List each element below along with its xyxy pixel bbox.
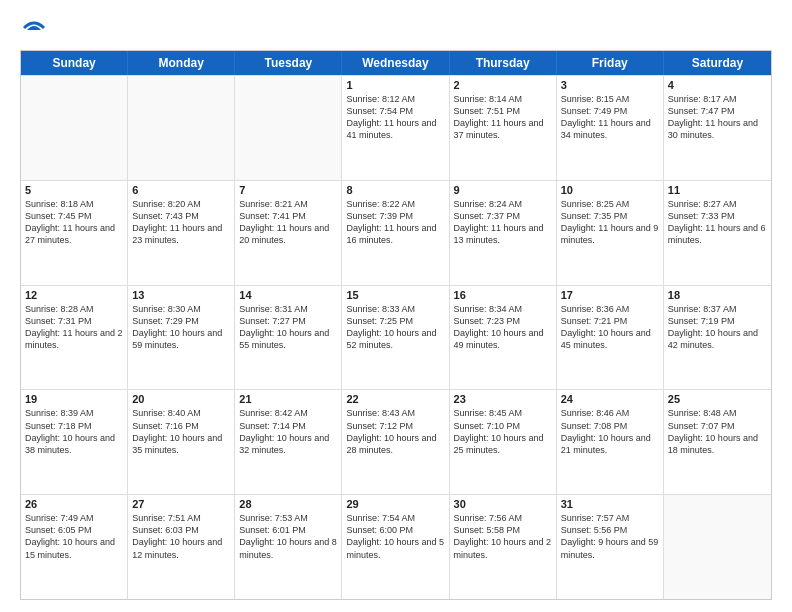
cell-info: Sunrise: 8:20 AM Sunset: 7:43 PM Dayligh… [132,198,230,247]
day-number: 31 [561,498,659,510]
calendar-cell: 9Sunrise: 8:24 AM Sunset: 7:37 PM Daylig… [450,181,557,285]
weekday-header: Tuesday [235,51,342,75]
day-number: 5 [25,184,123,196]
cell-info: Sunrise: 8:46 AM Sunset: 7:08 PM Dayligh… [561,407,659,456]
cell-info: Sunrise: 8:21 AM Sunset: 7:41 PM Dayligh… [239,198,337,247]
day-number: 10 [561,184,659,196]
day-number: 15 [346,289,444,301]
calendar-row: 26Sunrise: 7:49 AM Sunset: 6:05 PM Dayli… [21,494,771,599]
day-number: 12 [25,289,123,301]
cell-info: Sunrise: 7:57 AM Sunset: 5:56 PM Dayligh… [561,512,659,561]
day-number: 2 [454,79,552,91]
day-number: 17 [561,289,659,301]
weekday-header: Sunday [21,51,128,75]
day-number: 23 [454,393,552,405]
day-number: 8 [346,184,444,196]
cell-info: Sunrise: 8:42 AM Sunset: 7:14 PM Dayligh… [239,407,337,456]
day-number: 14 [239,289,337,301]
day-number: 19 [25,393,123,405]
calendar-cell: 7Sunrise: 8:21 AM Sunset: 7:41 PM Daylig… [235,181,342,285]
calendar-cell: 15Sunrise: 8:33 AM Sunset: 7:25 PM Dayli… [342,286,449,390]
calendar-header: SundayMondayTuesdayWednesdayThursdayFrid… [21,51,771,75]
calendar-cell: 16Sunrise: 8:34 AM Sunset: 7:23 PM Dayli… [450,286,557,390]
cell-info: Sunrise: 8:28 AM Sunset: 7:31 PM Dayligh… [25,303,123,352]
cell-info: Sunrise: 8:34 AM Sunset: 7:23 PM Dayligh… [454,303,552,352]
calendar-cell: 19Sunrise: 8:39 AM Sunset: 7:18 PM Dayli… [21,390,128,494]
day-number: 21 [239,393,337,405]
cell-info: Sunrise: 8:37 AM Sunset: 7:19 PM Dayligh… [668,303,767,352]
weekday-header: Monday [128,51,235,75]
logo [20,16,46,40]
day-number: 6 [132,184,230,196]
cell-info: Sunrise: 7:49 AM Sunset: 6:05 PM Dayligh… [25,512,123,561]
cell-info: Sunrise: 8:15 AM Sunset: 7:49 PM Dayligh… [561,93,659,142]
cell-info: Sunrise: 8:14 AM Sunset: 7:51 PM Dayligh… [454,93,552,142]
calendar-cell: 28Sunrise: 7:53 AM Sunset: 6:01 PM Dayli… [235,495,342,599]
calendar-cell: 10Sunrise: 8:25 AM Sunset: 7:35 PM Dayli… [557,181,664,285]
calendar-cell: 12Sunrise: 8:28 AM Sunset: 7:31 PM Dayli… [21,286,128,390]
calendar-cell: 21Sunrise: 8:42 AM Sunset: 7:14 PM Dayli… [235,390,342,494]
day-number: 30 [454,498,552,510]
calendar-cell: 18Sunrise: 8:37 AM Sunset: 7:19 PM Dayli… [664,286,771,390]
calendar-cell: 20Sunrise: 8:40 AM Sunset: 7:16 PM Dayli… [128,390,235,494]
day-number: 11 [668,184,767,196]
calendar-cell: 31Sunrise: 7:57 AM Sunset: 5:56 PM Dayli… [557,495,664,599]
day-number: 20 [132,393,230,405]
cell-info: Sunrise: 8:22 AM Sunset: 7:39 PM Dayligh… [346,198,444,247]
calendar-cell: 3Sunrise: 8:15 AM Sunset: 7:49 PM Daylig… [557,76,664,180]
calendar-cell [235,76,342,180]
cell-info: Sunrise: 8:39 AM Sunset: 7:18 PM Dayligh… [25,407,123,456]
header [20,16,772,40]
calendar-cell: 14Sunrise: 8:31 AM Sunset: 7:27 PM Dayli… [235,286,342,390]
calendar-cell: 6Sunrise: 8:20 AM Sunset: 7:43 PM Daylig… [128,181,235,285]
cell-info: Sunrise: 8:18 AM Sunset: 7:45 PM Dayligh… [25,198,123,247]
calendar-cell: 1Sunrise: 8:12 AM Sunset: 7:54 PM Daylig… [342,76,449,180]
calendar-cell: 5Sunrise: 8:18 AM Sunset: 7:45 PM Daylig… [21,181,128,285]
day-number: 28 [239,498,337,510]
day-number: 13 [132,289,230,301]
weekday-header: Saturday [664,51,771,75]
day-number: 22 [346,393,444,405]
cell-info: Sunrise: 7:56 AM Sunset: 5:58 PM Dayligh… [454,512,552,561]
day-number: 24 [561,393,659,405]
day-number: 16 [454,289,552,301]
calendar-body: 1Sunrise: 8:12 AM Sunset: 7:54 PM Daylig… [21,75,771,599]
cell-info: Sunrise: 8:48 AM Sunset: 7:07 PM Dayligh… [668,407,767,456]
weekday-header: Friday [557,51,664,75]
day-number: 4 [668,79,767,91]
day-number: 7 [239,184,337,196]
cell-info: Sunrise: 8:25 AM Sunset: 7:35 PM Dayligh… [561,198,659,247]
calendar-cell: 11Sunrise: 8:27 AM Sunset: 7:33 PM Dayli… [664,181,771,285]
cell-info: Sunrise: 8:24 AM Sunset: 7:37 PM Dayligh… [454,198,552,247]
cell-info: Sunrise: 8:17 AM Sunset: 7:47 PM Dayligh… [668,93,767,142]
cell-info: Sunrise: 8:43 AM Sunset: 7:12 PM Dayligh… [346,407,444,456]
cell-info: Sunrise: 7:54 AM Sunset: 6:00 PM Dayligh… [346,512,444,561]
cell-info: Sunrise: 8:33 AM Sunset: 7:25 PM Dayligh… [346,303,444,352]
calendar-row: 1Sunrise: 8:12 AM Sunset: 7:54 PM Daylig… [21,75,771,180]
weekday-header: Wednesday [342,51,449,75]
logo-icon [22,16,46,40]
day-number: 18 [668,289,767,301]
cell-info: Sunrise: 8:40 AM Sunset: 7:16 PM Dayligh… [132,407,230,456]
cell-info: Sunrise: 7:51 AM Sunset: 6:03 PM Dayligh… [132,512,230,561]
calendar-cell: 26Sunrise: 7:49 AM Sunset: 6:05 PM Dayli… [21,495,128,599]
calendar-cell: 27Sunrise: 7:51 AM Sunset: 6:03 PM Dayli… [128,495,235,599]
calendar-page: SundayMondayTuesdayWednesdayThursdayFrid… [0,0,792,612]
calendar-cell: 2Sunrise: 8:14 AM Sunset: 7:51 PM Daylig… [450,76,557,180]
day-number: 9 [454,184,552,196]
calendar-cell: 25Sunrise: 8:48 AM Sunset: 7:07 PM Dayli… [664,390,771,494]
calendar-cell: 23Sunrise: 8:45 AM Sunset: 7:10 PM Dayli… [450,390,557,494]
day-number: 25 [668,393,767,405]
cell-info: Sunrise: 7:53 AM Sunset: 6:01 PM Dayligh… [239,512,337,561]
day-number: 1 [346,79,444,91]
calendar-row: 5Sunrise: 8:18 AM Sunset: 7:45 PM Daylig… [21,180,771,285]
calendar-cell: 24Sunrise: 8:46 AM Sunset: 7:08 PM Dayli… [557,390,664,494]
cell-info: Sunrise: 8:12 AM Sunset: 7:54 PM Dayligh… [346,93,444,142]
calendar-cell: 17Sunrise: 8:36 AM Sunset: 7:21 PM Dayli… [557,286,664,390]
weekday-header: Thursday [450,51,557,75]
calendar-cell: 29Sunrise: 7:54 AM Sunset: 6:00 PM Dayli… [342,495,449,599]
calendar: SundayMondayTuesdayWednesdayThursdayFrid… [20,50,772,600]
calendar-cell [128,76,235,180]
calendar-cell [664,495,771,599]
calendar-row: 12Sunrise: 8:28 AM Sunset: 7:31 PM Dayli… [21,285,771,390]
